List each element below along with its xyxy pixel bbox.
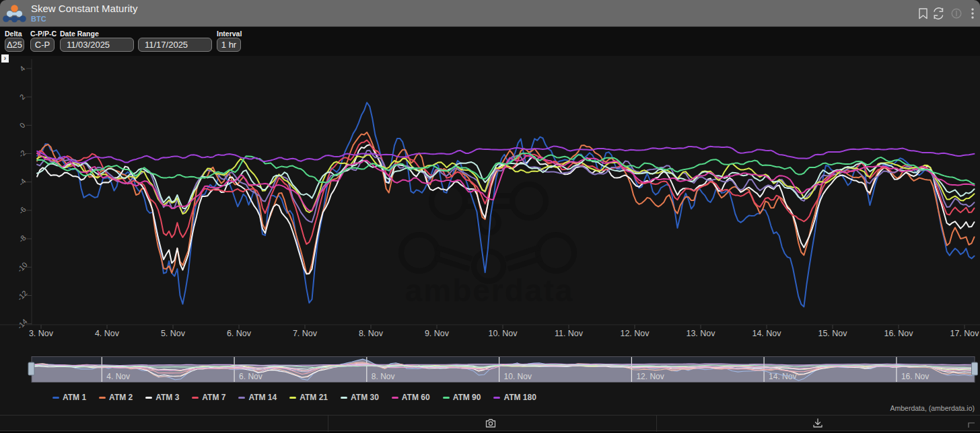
svg-text:8. Nov: 8. Nov xyxy=(372,372,395,381)
svg-text:-6: -6 xyxy=(17,205,27,215)
svg-text:4. Nov: 4. Nov xyxy=(95,329,120,338)
svg-text:10. Nov: 10. Nov xyxy=(504,372,532,381)
svg-text:6. Nov: 6. Nov xyxy=(227,329,252,338)
svg-text:14. Nov: 14. Nov xyxy=(752,329,781,338)
svg-text:13. Nov: 13. Nov xyxy=(686,329,715,338)
svg-text:6. Nov: 6. Nov xyxy=(239,372,262,381)
svg-text:11. Nov: 11. Nov xyxy=(555,329,584,338)
svg-text:9. Nov: 9. Nov xyxy=(425,329,450,338)
svg-text:2: 2 xyxy=(18,93,27,102)
svg-text:10. Nov: 10. Nov xyxy=(488,329,518,338)
svg-text:amberdata: amberdata xyxy=(405,273,574,308)
svg-text:12. Nov: 12. Nov xyxy=(620,329,650,338)
svg-text:12. Nov: 12. Nov xyxy=(636,372,664,381)
svg-text:16. Nov: 16. Nov xyxy=(884,329,913,338)
svg-text:5. Nov: 5. Nov xyxy=(161,329,186,338)
svg-text:17. Nov: 17. Nov xyxy=(950,329,979,338)
svg-text:-8: -8 xyxy=(17,233,27,243)
svg-text:8. Nov: 8. Nov xyxy=(359,329,384,338)
svg-text:4. Nov: 4. Nov xyxy=(106,372,130,381)
svg-text:0: 0 xyxy=(18,121,27,130)
svg-text:4: 4 xyxy=(18,64,27,73)
svg-text:16. Nov: 16. Nov xyxy=(901,372,929,381)
svg-text:-2: -2 xyxy=(17,149,27,159)
svg-text:15. Nov: 15. Nov xyxy=(818,329,847,338)
svg-text:7. Nov: 7. Nov xyxy=(293,329,318,338)
svg-text:3. Nov: 3. Nov xyxy=(29,329,54,338)
svg-text:-4: -4 xyxy=(17,177,27,187)
